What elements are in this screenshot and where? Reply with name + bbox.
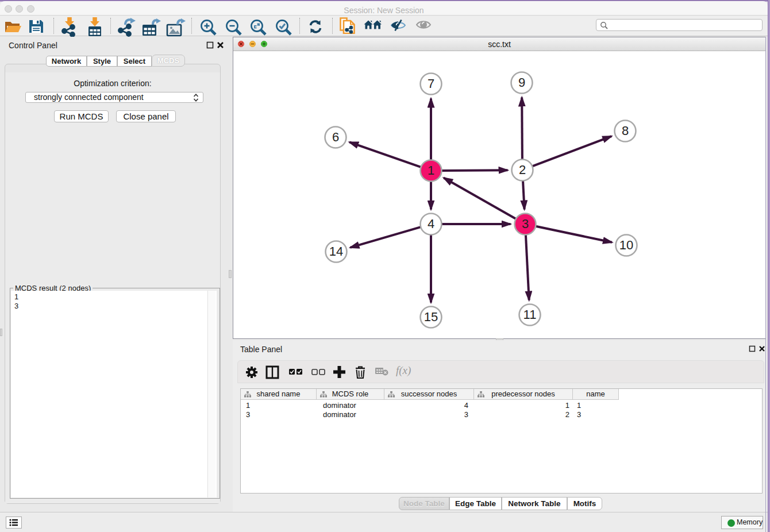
svg-text:4: 4 — [428, 217, 434, 231]
svg-text:7: 7 — [428, 76, 434, 91]
svg-text:6: 6 — [332, 130, 339, 144]
svg-text:9: 9 — [518, 75, 525, 90]
svg-text:10: 10 — [619, 238, 633, 252]
svg-text:11: 11 — [523, 307, 537, 322]
svg-text:14: 14 — [329, 244, 343, 259]
svg-text:15: 15 — [424, 310, 438, 324]
svg-text:3: 3 — [522, 217, 529, 231]
svg-text:8: 8 — [622, 124, 629, 138]
svg-text:1: 1 — [428, 163, 434, 178]
svg-text:2: 2 — [519, 163, 526, 177]
